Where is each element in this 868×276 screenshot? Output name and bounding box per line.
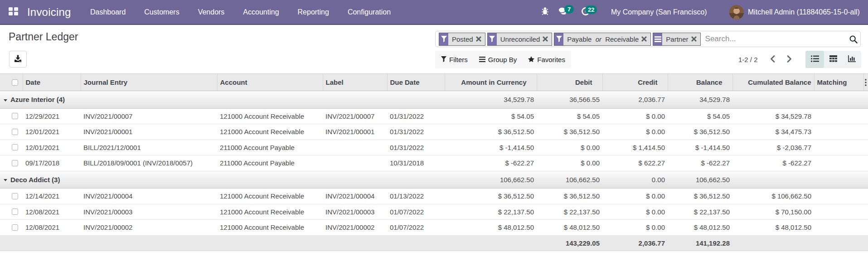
table-row[interactable]: 09/17/2018BILL/2018/09/0001 (INV/2018/00… bbox=[0, 155, 868, 171]
column-header-debit[interactable]: Debit bbox=[537, 74, 602, 91]
user-menu[interactable]: Mitchell Admin (11884065-15-0-all) bbox=[748, 0, 860, 24]
column-header-balance[interactable]: Balance bbox=[668, 74, 732, 91]
group-row[interactable]: Deco Addict (3)106,662.50106,662.500.001… bbox=[0, 171, 868, 189]
row-checkbox[interactable] bbox=[12, 144, 18, 150]
select-all-header[interactable] bbox=[0, 74, 23, 91]
cell-debit: $ 22,137.50 bbox=[537, 204, 602, 220]
caret-down-icon bbox=[4, 179, 7, 181]
app-name[interactable]: Invoicing bbox=[18, 6, 71, 19]
cell-journal: BILL/2018/09/0001 (INV/2018/0057) bbox=[81, 155, 217, 171]
list-view-button[interactable] bbox=[805, 51, 824, 68]
table-header: DateJournal EntryAccountLabelDue DateAmo… bbox=[0, 74, 868, 91]
company-switcher[interactable]: My Company (San Francisco) bbox=[611, 0, 707, 24]
page-title: Partner Ledger bbox=[9, 31, 78, 43]
row-checkbox[interactable] bbox=[12, 129, 18, 135]
cell-date: 12/08/2021 bbox=[23, 204, 81, 220]
filters-button[interactable]: Filters bbox=[441, 56, 468, 63]
group-by-button[interactable]: Group By bbox=[479, 56, 517, 63]
pager: 1-2 / 2 bbox=[738, 51, 792, 68]
nav-item-customers[interactable]: Customers bbox=[135, 0, 189, 24]
messages-menu[interactable]: 7 bbox=[558, 0, 568, 24]
activities-menu[interactable]: 22 bbox=[582, 0, 590, 24]
facet-remove-icon[interactable] bbox=[641, 33, 650, 45]
user-avatar[interactable] bbox=[729, 5, 744, 19]
nav-item-reporting[interactable]: Reporting bbox=[288, 0, 338, 24]
cell-label: INV/2021/00003 bbox=[323, 204, 387, 220]
cell-debit: $ 36,512.50 bbox=[537, 124, 602, 140]
cell-date: 12/01/2021 bbox=[23, 124, 81, 140]
nav-item-dashboard[interactable]: Dashboard bbox=[90, 0, 135, 24]
table-row[interactable]: 12/01/2021INV/2021/00001121000 Account R… bbox=[0, 124, 868, 140]
row-checkbox[interactable] bbox=[12, 193, 18, 199]
cell-credit: $ 622.27 bbox=[602, 155, 668, 171]
cell-amount: $ -1,414.50 bbox=[445, 140, 537, 155]
cell-due: 01/07/2022 bbox=[387, 220, 445, 236]
cell-select bbox=[0, 155, 23, 171]
row-checkbox[interactable] bbox=[12, 113, 18, 119]
debug-menu[interactable] bbox=[542, 0, 548, 24]
row-checkbox[interactable] bbox=[12, 224, 18, 231]
cell-account: 211000 Account Payable bbox=[217, 155, 323, 171]
cell-date: 12/29/2021 bbox=[23, 108, 81, 124]
group-row[interactable]: Azure Interior (4)34,529.7836,566.552,03… bbox=[0, 91, 868, 109]
caret-down-icon bbox=[4, 99, 7, 102]
activities-badge: 22 bbox=[585, 5, 597, 14]
table-row[interactable]: 12/29/2021INV/2021/00007121000 Account R… bbox=[0, 108, 868, 124]
column-header-journal[interactable]: Journal Entry bbox=[81, 74, 217, 91]
search-facets: PostedUnreconciledPayable or ReceivableP… bbox=[439, 33, 701, 46]
table-row[interactable]: 12/08/2021INV/2021/00002121000 Account R… bbox=[0, 220, 868, 236]
facet-remove-icon[interactable] bbox=[691, 33, 700, 45]
column-header-matching[interactable]: Matching bbox=[814, 74, 863, 91]
group-total-balance: 34,529.78 bbox=[668, 91, 732, 109]
pivot-view-button[interactable] bbox=[824, 51, 843, 68]
table-row[interactable]: 12/14/2021INV/2021/00004121000 Account R… bbox=[0, 189, 868, 204]
nav-item-vendors[interactable]: Vendors bbox=[189, 0, 234, 24]
column-header-amount[interactable]: Amount in Currency bbox=[445, 74, 537, 91]
export-button[interactable] bbox=[9, 51, 27, 68]
cell-amount: $ 48,012.50 bbox=[445, 220, 537, 236]
facet-label: Unreconciled bbox=[497, 35, 543, 43]
user-name: Mitchell Admin (11884065-15-0-all) bbox=[748, 8, 860, 16]
nav-item-configuration[interactable]: Configuration bbox=[338, 0, 400, 24]
column-header-date[interactable]: Date bbox=[23, 74, 81, 91]
pager-previous-button[interactable] bbox=[770, 55, 775, 64]
pager-value: 1-2 / 2 bbox=[738, 56, 758, 63]
cell-label bbox=[323, 155, 387, 171]
graph-view-button[interactable] bbox=[843, 51, 861, 68]
cell-journal: BILL/2021/12/0001 bbox=[81, 140, 217, 155]
cell-journal: INV/2021/00001 bbox=[81, 124, 217, 140]
column-header-credit[interactable]: Credit bbox=[602, 74, 668, 91]
pivot-view-icon bbox=[829, 55, 837, 63]
column-header-cumulated[interactable]: Cumulated Balance bbox=[732, 74, 814, 91]
column-header-due[interactable]: Due Date bbox=[387, 74, 445, 91]
footer-total-debit: 143,229.05 bbox=[537, 235, 602, 251]
column-header-account[interactable]: Account bbox=[217, 74, 323, 91]
favorites-button[interactable]: Favorites bbox=[528, 56, 565, 63]
select-all-checkbox[interactable] bbox=[12, 79, 18, 86]
filter-icon bbox=[488, 33, 497, 45]
cell-date: 09/17/2018 bbox=[23, 155, 81, 171]
column-header-label[interactable]: Label bbox=[323, 74, 387, 91]
search-input[interactable] bbox=[701, 34, 860, 44]
pager-next-button[interactable] bbox=[787, 55, 792, 64]
row-checkbox[interactable] bbox=[12, 160, 18, 166]
facet-remove-icon[interactable] bbox=[543, 33, 552, 45]
cell-cumulated: $ 48,012.50 bbox=[732, 220, 814, 236]
nav-item-accounting[interactable]: Accounting bbox=[234, 0, 288, 24]
cell-credit: $ 0.00 bbox=[602, 220, 668, 236]
cell-account: 121000 Account Receivable bbox=[217, 204, 323, 220]
footer-total-credit: 2,036.77 bbox=[602, 235, 668, 251]
table-row[interactable]: 12/01/2021BILL/2021/12/0001211000 Accoun… bbox=[0, 140, 868, 155]
cell-date: 12/14/2021 bbox=[23, 189, 81, 204]
search-button[interactable] bbox=[849, 35, 858, 45]
table-row[interactable]: 12/08/2021INV/2021/00003121000 Account R… bbox=[0, 204, 868, 220]
graph-view-icon bbox=[848, 55, 856, 63]
messages-badge: 7 bbox=[564, 5, 574, 14]
cell-cumulated: $ 34,475.73 bbox=[732, 124, 814, 140]
apps-menu-toggle[interactable] bbox=[0, 0, 18, 24]
cell-date: 12/08/2021 bbox=[23, 220, 81, 236]
column-options-icon[interactable] bbox=[865, 79, 867, 88]
search-facet-unreconciled: Unreconciled bbox=[487, 33, 553, 46]
facet-remove-icon[interactable] bbox=[476, 33, 485, 45]
row-checkbox[interactable] bbox=[12, 208, 18, 215]
